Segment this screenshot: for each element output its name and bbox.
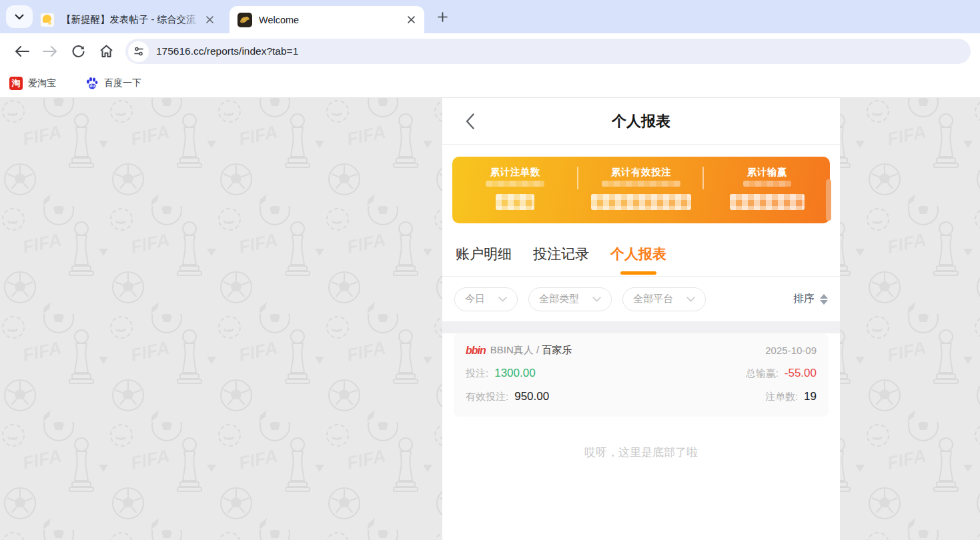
tab-label: 账户明细 bbox=[456, 245, 512, 263]
bookmark-baidu[interactable]: du 百度一下 bbox=[85, 77, 141, 90]
masked-blur bbox=[743, 181, 791, 187]
masked-value bbox=[496, 194, 534, 210]
stat-label: 累计有效投注 bbox=[611, 166, 671, 179]
browser-toolbar: 175616.cc/reports/index?tab=1 bbox=[0, 33, 980, 69]
bet-label: 投注: bbox=[466, 367, 488, 380]
baidu-paw-icon: du bbox=[85, 77, 99, 90]
valid-bet-value: 950.00 bbox=[514, 390, 549, 403]
masked-blur bbox=[486, 181, 544, 187]
stat-total-win-loss: 累计输赢 bbox=[704, 157, 830, 223]
stat-label: 累计注单数 bbox=[490, 166, 540, 179]
tab-personal-report[interactable]: 个人报表 bbox=[610, 232, 666, 276]
bookmark-label: 爱淘宝 bbox=[28, 77, 56, 89]
masked-value bbox=[591, 194, 691, 210]
close-tab-icon[interactable] bbox=[203, 13, 216, 27]
tune-icon bbox=[133, 46, 144, 57]
chevron-down-icon bbox=[498, 297, 507, 302]
taobao-icon: 淘 bbox=[9, 77, 23, 90]
stat-total-valid-bet: 累计有效投注 bbox=[578, 157, 704, 223]
bbin-logo: bbin bbox=[466, 345, 486, 357]
provider-name: BBIN真人 / bbox=[490, 344, 539, 357]
filter-label: 全部类型 bbox=[539, 293, 579, 305]
reports-app-panel: 个人报表 累计注单数 累计有效投注 累计输赢 bbox=[442, 98, 840, 540]
forward-button[interactable] bbox=[36, 38, 64, 65]
chevron-down-icon bbox=[592, 297, 601, 302]
filter-bar: 今日 全部类型 全部平台 排序 bbox=[442, 277, 840, 321]
summary-stats-card[interactable]: 累计注单数 累计有效投注 累计输赢 bbox=[452, 157, 830, 223]
sort-arrows-icon bbox=[820, 294, 828, 305]
browser-tab-forum[interactable]: 【新提醒】发表帖子 - 综合交流 bbox=[32, 6, 223, 33]
browser-tab-strip: 【新提醒】发表帖子 - 综合交流 Welcome bbox=[0, 0, 980, 33]
stat-total-bet-count: 累计注单数 bbox=[452, 157, 578, 223]
masked-blur bbox=[602, 181, 680, 187]
section-separator bbox=[442, 321, 840, 333]
filter-pill-platform[interactable]: 全部平台 bbox=[622, 287, 706, 311]
report-record-card[interactable]: bbin BBIN真人 / 百家乐 2025-10-09 投注: 1300.00… bbox=[454, 333, 829, 417]
sort-label: 排序 bbox=[793, 292, 815, 306]
stat-label: 累计输赢 bbox=[747, 166, 787, 179]
summary-card-section: 累计注单数 累计有效投注 累计输赢 bbox=[442, 145, 840, 232]
tab-bet-records[interactable]: 投注记录 bbox=[533, 232, 589, 276]
tab-title: 【新提醒】发表帖子 - 综合交流 bbox=[61, 13, 200, 26]
chevron-down-icon bbox=[686, 297, 695, 302]
tab-label: 投注记录 bbox=[533, 245, 589, 263]
carousel-page-peek bbox=[833, 185, 839, 221]
tab-search-button[interactable] bbox=[6, 5, 33, 28]
page-title: 个人报表 bbox=[442, 98, 840, 145]
sort-button[interactable]: 排序 bbox=[793, 292, 828, 306]
win-loss-value: -55.00 bbox=[785, 367, 817, 380]
url-text[interactable]: 175616.cc/reports/index?tab=1 bbox=[156, 45, 298, 57]
chevron-down-icon bbox=[15, 14, 24, 20]
app-header: 个人报表 bbox=[442, 98, 840, 145]
tab-label: 个人报表 bbox=[610, 245, 666, 263]
filter-pill-type[interactable]: 全部类型 bbox=[528, 287, 612, 311]
close-tab-icon[interactable] bbox=[404, 13, 418, 27]
web-page-viewport: FIFA bbox=[0, 98, 980, 540]
tab-account-details[interactable]: 账户明细 bbox=[456, 232, 512, 276]
game-name: 百家乐 bbox=[542, 344, 572, 357]
reload-button[interactable] bbox=[64, 38, 92, 65]
title-fade bbox=[180, 13, 200, 26]
bet-count-label: 注单数: bbox=[765, 391, 798, 403]
win-loss-label: 总输赢: bbox=[746, 367, 779, 380]
active-tab-underline bbox=[620, 271, 656, 275]
address-bar[interactable]: 175616.cc/reports/index?tab=1 bbox=[125, 39, 971, 64]
new-tab-button[interactable] bbox=[432, 7, 452, 26]
bookmarks-bar: 淘 爱淘宝 du 百度一下 bbox=[0, 69, 980, 98]
bet-count-value: 19 bbox=[804, 390, 817, 403]
report-tabs: 账户明细 投注记录 个人报表 bbox=[442, 232, 840, 277]
tab-title: Welcome bbox=[259, 15, 402, 25]
home-button[interactable] bbox=[92, 38, 120, 65]
record-date: 2025-10-09 bbox=[765, 345, 817, 356]
bookmark-taobao[interactable]: 淘 爱淘宝 bbox=[9, 77, 56, 90]
back-button[interactable] bbox=[8, 38, 36, 65]
masked-value bbox=[730, 194, 805, 210]
site-settings-chip[interactable] bbox=[128, 41, 149, 62]
svg-text:du: du bbox=[89, 83, 95, 88]
filter-pill-date[interactable]: 今日 bbox=[454, 287, 518, 311]
bookmark-label: 百度一下 bbox=[104, 77, 141, 89]
forum-favicon-icon bbox=[40, 13, 55, 27]
end-of-list-text: 哎呀，这里是底部了啦 bbox=[442, 445, 840, 460]
filter-label: 今日 bbox=[465, 293, 485, 305]
back-chevron-icon[interactable] bbox=[460, 111, 480, 131]
site-favicon-icon bbox=[237, 13, 252, 27]
browser-tab-welcome[interactable]: Welcome bbox=[229, 6, 424, 33]
filter-label: 全部平台 bbox=[633, 293, 673, 305]
carousel-next-card-peek bbox=[826, 179, 831, 221]
valid-bet-label: 有效投注: bbox=[466, 391, 508, 403]
bet-value: 1300.00 bbox=[494, 367, 535, 380]
